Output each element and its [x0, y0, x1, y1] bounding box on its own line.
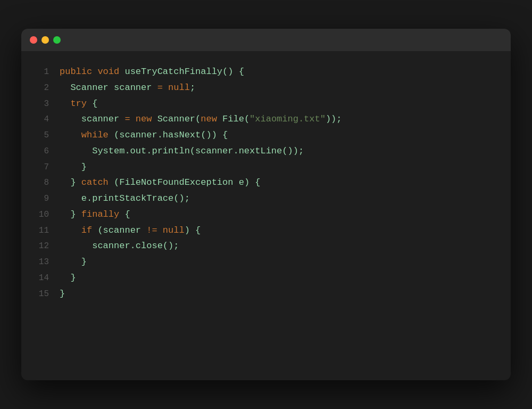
token: (: [195, 114, 201, 124]
line-number: 1: [32, 64, 49, 79]
line-content: try {: [60, 96, 97, 112]
line-content: public void useTryCatchFinally() {: [60, 64, 244, 80]
code-area: 1public void useTryCatchFinally() {2 Sca…: [21, 51, 511, 314]
token: {: [87, 99, 97, 109]
code-line: 9 e.printStackTrace();: [32, 191, 500, 207]
code-line: 3 try {: [32, 96, 500, 112]
code-line: 14 }: [32, 270, 500, 286]
token: new: [201, 114, 222, 124]
title-bar: [21, 29, 511, 51]
token: (scanner.hasNext()) {: [109, 130, 228, 140]
line-content: while (scanner.hasNext()) {: [60, 127, 228, 143]
maximize-button[interactable]: [53, 36, 61, 44]
line-content: } finally {: [60, 207, 130, 223]
line-number: 4: [32, 112, 49, 127]
token: e.printStackTrace();: [60, 193, 190, 203]
code-line: 5 while (scanner.hasNext()) {: [32, 127, 500, 143]
token: e) {: [233, 177, 260, 187]
code-line: 12 scanner.close();: [32, 238, 500, 254]
token: ;: [190, 83, 195, 93]
token: while: [81, 130, 109, 140]
line-number: 14: [32, 271, 49, 285]
line-content: }: [60, 254, 87, 270]
token: (: [244, 114, 250, 124]
line-content: scanner.close();: [60, 238, 179, 254]
code-line: 7 }: [32, 159, 500, 175]
line-number: 6: [32, 144, 49, 159]
line-number: 13: [32, 255, 49, 269]
token: Scanner: [70, 83, 108, 93]
token: (scanner.nextLine());: [190, 146, 304, 156]
line-number: 7: [32, 160, 49, 175]
token: if: [81, 225, 92, 235]
line-number: 12: [32, 239, 49, 253]
minimize-button[interactable]: [41, 36, 49, 44]
token: Scanner: [157, 114, 195, 124]
line-content: }: [60, 286, 65, 302]
line-number: 5: [32, 128, 49, 143]
token: new: [136, 114, 157, 124]
code-line: 2 Scanner scanner = null;: [32, 80, 500, 96]
token: [60, 130, 81, 140]
token: =: [157, 83, 168, 93]
line-number: 10: [32, 207, 49, 222]
token: }: [60, 177, 81, 187]
code-line: 8 } catch (FileNotFoundException e) {: [32, 175, 500, 191]
token: try: [70, 99, 87, 109]
code-line: 1public void useTryCatchFinally() {: [32, 64, 500, 80]
line-number: 2: [32, 80, 49, 95]
token: }: [60, 257, 87, 267]
line-content: if (scanner != null) {: [60, 223, 201, 239]
token: ));: [326, 114, 342, 124]
token: [60, 225, 81, 235]
token: }: [60, 209, 81, 219]
token: finally: [81, 209, 119, 219]
line-number: 8: [32, 175, 49, 190]
code-line: 10 } finally {: [32, 207, 500, 223]
token: scanner: [109, 83, 157, 93]
code-line: 6 System.out.println(scanner.nextLine())…: [32, 143, 500, 159]
token: useTryCatchFinally: [124, 67, 222, 77]
code-line: 4 scanner = new Scanner(new File("xiaomi…: [32, 111, 500, 127]
token: null: [168, 83, 190, 93]
token: catch: [81, 177, 109, 187]
line-content: e.printStackTrace();: [60, 191, 190, 207]
token: public: [60, 67, 97, 77]
line-number: 3: [32, 96, 49, 111]
token: [60, 99, 70, 109]
token: (scanner: [92, 225, 146, 235]
token: {: [119, 209, 130, 219]
token: ) {: [185, 225, 201, 235]
line-content: Scanner scanner = null;: [60, 80, 195, 96]
token: !=: [146, 225, 163, 235]
token: scanner.close();: [60, 241, 179, 251]
token: }: [60, 289, 65, 299]
token: () {: [222, 67, 244, 77]
token: null: [163, 225, 185, 235]
token: }: [60, 273, 76, 283]
code-line: 11 if (scanner != null) {: [32, 223, 500, 239]
token: =: [124, 114, 135, 124]
line-content: } catch (FileNotFoundException e) {: [60, 175, 261, 191]
token: File: [222, 114, 244, 124]
token: System.out.println: [60, 146, 190, 156]
close-button[interactable]: [30, 36, 37, 44]
token: scanner: [60, 114, 124, 124]
token: (: [109, 177, 119, 187]
token: }: [60, 162, 87, 172]
token: FileNotFoundException: [119, 177, 233, 187]
code-editor-window: 1public void useTryCatchFinally() {2 Sca…: [21, 29, 511, 380]
line-content: }: [60, 159, 87, 175]
token: [60, 83, 70, 93]
code-line: 13 }: [32, 254, 500, 270]
line-number: 11: [32, 223, 49, 238]
line-content: System.out.println(scanner.nextLine());: [60, 143, 304, 159]
line-number: 15: [32, 287, 49, 301]
line-content: }: [60, 270, 76, 286]
line-content: scanner = new Scanner(new File("xiaoming…: [60, 111, 342, 127]
token: "xiaoming.txt": [250, 114, 326, 124]
token: void: [97, 67, 124, 77]
line-number: 9: [32, 191, 49, 206]
code-line: 15}: [32, 286, 500, 302]
